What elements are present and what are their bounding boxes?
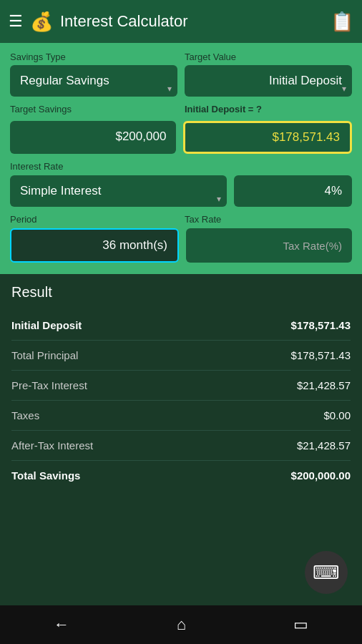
nav-bar: ← ⌂ ▭: [0, 605, 362, 644]
keyboard-button[interactable]: ⌨: [305, 551, 348, 594]
result-value-total-savings: $200,000.00: [291, 469, 351, 482]
result-value-total-principal: $178,571.43: [291, 349, 351, 361]
result-row-total-savings: Total Savings $200,000.00: [11, 461, 351, 490]
period-tax-labels: Period Tax Rate: [10, 214, 352, 225]
result-value-taxes: $0.00: [323, 409, 351, 421]
period-tax-row: 36 month(s) Tax Rate(%): [10, 228, 352, 263]
interest-rate-label: Interest Rate: [10, 161, 352, 172]
app-title: Interest Calculator: [60, 12, 331, 31]
target-savings-label: Target Savings: [10, 104, 177, 118]
result-label-taxes: Taxes: [11, 409, 39, 421]
savings-deposit-labels: Target Savings Initial Deposit = ?: [10, 104, 352, 118]
result-label-total-savings: Total Savings: [11, 469, 80, 482]
interest-row: Simple Interest 4%: [10, 175, 352, 207]
interest-rate-input[interactable]: 4%: [234, 175, 352, 207]
keyboard-icon: ⌨: [313, 562, 340, 584]
type-value-row: Regular Savings Initial Deposit: [10, 65, 352, 97]
target-value-dropdown[interactable]: Initial Deposit: [185, 65, 352, 97]
result-row-total-principal: Total Principal $178,571.43: [11, 341, 351, 371]
app-icon: 💰: [30, 11, 53, 33]
tax-rate-input[interactable]: Tax Rate(%): [186, 228, 352, 263]
result-value-aftertax-interest: $21,428.57: [297, 439, 351, 452]
savings-deposit-row: $200,000 $178,571.43: [10, 121, 352, 154]
result-section: Result Initial Deposit $178,571.43 Total…: [0, 274, 362, 644]
app-header: ☰ 💰 Interest Calculator 📋: [0, 0, 362, 43]
back-button[interactable]: ←: [54, 615, 69, 634]
savings-type-label: Savings Type: [10, 52, 177, 62]
result-title: Result: [11, 284, 351, 301]
savings-type-dropdown[interactable]: Regular Savings: [10, 65, 177, 97]
menu-icon[interactable]: ☰: [9, 12, 23, 31]
clipboard-icon[interactable]: 📋: [331, 11, 353, 33]
tax-rate-label: Tax Rate: [185, 214, 352, 225]
result-value-pretax-interest: $21,428.57: [297, 379, 351, 391]
result-label-total-principal: Total Principal: [11, 349, 78, 361]
result-label-initial-deposit: Initial Deposit: [11, 319, 82, 331]
result-row-aftertax-interest: After-Tax Interest $21,428.57: [11, 431, 351, 461]
interest-type-dropdown[interactable]: Simple Interest: [10, 175, 227, 207]
result-row-pretax-interest: Pre-Tax Interest $21,428.57: [11, 371, 351, 401]
result-label-pretax-interest: Pre-Tax Interest: [11, 379, 87, 391]
home-button[interactable]: ⌂: [177, 615, 186, 634]
form-section: Savings Type Target Value Regular Saving…: [0, 43, 362, 274]
period-label: Period: [10, 214, 177, 225]
period-input[interactable]: 36 month(s): [10, 228, 179, 263]
type-value-labels: Savings Type Target Value: [10, 52, 352, 62]
target-value-label: Target Value: [185, 52, 352, 62]
initial-deposit-result[interactable]: $178,571.43: [183, 121, 352, 154]
result-label-aftertax-interest: After-Tax Interest: [11, 439, 93, 452]
recents-button[interactable]: ▭: [293, 615, 308, 634]
result-row-taxes: Taxes $0.00: [11, 401, 351, 431]
result-value-initial-deposit: $178,571.43: [291, 319, 351, 331]
target-savings-input[interactable]: $200,000: [10, 121, 176, 154]
initial-deposit-label: Initial Deposit = ?: [185, 104, 352, 114]
result-row-initial-deposit: Initial Deposit $178,571.43: [11, 311, 351, 341]
